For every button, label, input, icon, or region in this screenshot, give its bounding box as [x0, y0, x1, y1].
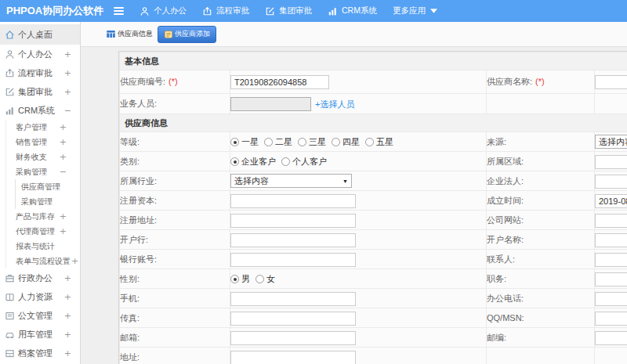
field-cell: 一星二星三星四星五星: [230, 132, 487, 152]
sidebar-item-采购管理[interactable]: 采购管理: [16, 194, 80, 209]
field-cell: 男女: [230, 269, 487, 289]
field-cell: [230, 250, 487, 269]
sidebar-item-人力资源[interactable]: 人力资源+: [0, 287, 80, 306]
form-row: 传真:QQ/MSN:: [120, 308, 627, 328]
sidebar-item-用车管理[interactable]: 用车管理+: [0, 325, 80, 344]
expand-toggle-icon: −: [64, 106, 71, 116]
nav-item-1[interactable]: 个人办公: [140, 5, 187, 16]
sidebar-item-销售管理[interactable]: 销售管理+: [6, 135, 80, 150]
zip-code-input[interactable]: [595, 331, 627, 345]
field-label: 手机:: [120, 289, 230, 308]
sidebar-item-label: 用车管理: [18, 329, 53, 341]
field-cell: [595, 289, 627, 308]
bank-input[interactable]: [230, 233, 356, 247]
registered-capital-input[interactable]: [230, 194, 356, 208]
job-title-input[interactable]: [595, 272, 627, 287]
sidebar-item-label: 档案管理: [18, 348, 53, 359]
sidebar-item-label: 客户管理: [16, 122, 47, 133]
sidebar-item-集团审批[interactable]: 集团审批+: [0, 82, 80, 101]
form-row: 供应商编号:(*)供应商名称:(*): [120, 70, 627, 94]
nav-item-5[interactable]: 更多应用: [393, 5, 437, 16]
founded-date-input[interactable]: [595, 194, 627, 208]
sidebar-item-客户管理[interactable]: 客户管理+: [6, 120, 80, 135]
sidebar-item-行政办公[interactable]: 行政办公+: [0, 268, 80, 287]
sidebar-item-表单与流程设置[interactable]: 表单与流程设置+: [6, 254, 80, 268]
expand-toggle-icon: +: [64, 348, 71, 359]
nav-item-label: CRM系统: [342, 5, 377, 16]
email-input[interactable]: [230, 331, 356, 345]
field-label: 传真:: [120, 308, 230, 328]
sidebar-item-档案管理[interactable]: 档案管理+: [0, 344, 80, 362]
qq-msn-input[interactable]: [595, 312, 627, 326]
sidebar-item-流程审批[interactable]: 流程审批+: [0, 63, 80, 82]
industry-select[interactable]: 选择内容▼: [230, 174, 352, 188]
sidebar-item-公文管理[interactable]: 公文管理+: [0, 306, 80, 325]
field-cell: [230, 70, 487, 94]
contact-input[interactable]: [595, 253, 627, 267]
supplier-code-input[interactable]: [230, 75, 329, 89]
field-label: 来源:: [487, 132, 595, 152]
hamburger-menu-icon[interactable]: [114, 7, 124, 15]
sidebar-item-报表与统计[interactable]: 报表与统计: [6, 239, 80, 254]
radio-off-icon: [256, 275, 264, 283]
sidebar-item-代理商管理[interactable]: 代理商管理+: [6, 224, 80, 239]
category-radio-1[interactable]: 企业客户: [230, 156, 276, 168]
sidebar-submenu: 客户管理+销售管理+财务收支+采购管理−供应商管理采购管理产品与库存+代理商管理…: [5, 120, 80, 268]
field-label: 成立时间:: [487, 191, 595, 211]
gender-radio-1[interactable]: 男: [230, 273, 250, 285]
level-radio-2[interactable]: 二星: [264, 136, 292, 148]
field-label: 等级:: [120, 132, 230, 152]
nav-item-label: 更多应用: [393, 5, 426, 16]
sidebar-item-个人办公[interactable]: 个人办公+: [0, 45, 80, 63]
nav-item-2[interactable]: 流程审批: [202, 5, 249, 16]
field-label: 职务:: [487, 269, 595, 289]
sidebar-item-产品与库存[interactable]: 产品与库存+: [6, 209, 80, 224]
tab-1[interactable]: 供应商信息: [104, 26, 154, 43]
mobile-input[interactable]: [230, 292, 356, 306]
office-phone-input[interactable]: [595, 292, 627, 306]
expand-toggle-icon: +: [60, 211, 67, 222]
field-cell: [595, 250, 627, 269]
fax-input[interactable]: [230, 312, 356, 326]
select-value: 选择内容: [234, 175, 269, 187]
registered-address-input[interactable]: [230, 214, 356, 228]
form-row: 开户行:开户名称:: [120, 230, 627, 250]
staff-picker-link[interactable]: +选择人员: [315, 99, 354, 109]
level-radio-5[interactable]: 五星: [365, 136, 393, 148]
content-area: 基本信息供应商编号:(*)供应商名称:(*)业务人员:+选择人员供应商信息等级:…: [81, 47, 627, 364]
sidebar-submenu: 供应商管理采购管理: [15, 179, 80, 209]
level-radio-4[interactable]: 四星: [332, 136, 360, 148]
tab-2[interactable]: 供应商添加: [158, 26, 216, 43]
empty-cell: [487, 348, 595, 364]
field-cell: [595, 328, 627, 348]
website-input[interactable]: [595, 214, 627, 228]
field-label: 联系人:: [487, 250, 595, 269]
sidebar-item-个人桌面[interactable]: 个人桌面: [0, 24, 80, 45]
account-name-input[interactable]: [595, 233, 627, 247]
region-input[interactable]: [595, 155, 627, 169]
legal-person-input[interactable]: [595, 175, 627, 189]
field-cell: [595, 269, 627, 289]
field-cell: [595, 191, 627, 211]
sidebar-item-label: 个人桌面: [18, 29, 53, 41]
sidebar-item-供应商管理[interactable]: 供应商管理: [16, 179, 80, 194]
staff-input[interactable]: [230, 97, 311, 111]
nav-item-3[interactable]: 集团审批: [265, 5, 312, 16]
gender-radio-2[interactable]: 女: [256, 273, 275, 285]
field-label: 性别:: [120, 269, 230, 289]
level-radio-3[interactable]: 三星: [298, 136, 326, 148]
nav-item-4[interactable]: CRM系统: [328, 5, 377, 16]
select-value: 选择内容: [599, 136, 627, 148]
sidebar-item-采购管理[interactable]: 采购管理−: [6, 164, 80, 179]
supplier-name-input[interactable]: [595, 75, 627, 89]
user-icon: [5, 49, 15, 59]
level-radio-1[interactable]: 一星: [230, 136, 259, 148]
sidebar-item-财务收支[interactable]: 财务收支+: [6, 150, 80, 164]
bank-account-input[interactable]: [230, 253, 356, 267]
required-marker: (*): [535, 77, 545, 86]
address-input[interactable]: [230, 351, 356, 364]
category-radio-2[interactable]: 个人客户: [281, 156, 327, 168]
sidebar-item-CRM系统[interactable]: CRM系统−: [0, 101, 80, 120]
select-arrow-icon: ▼: [342, 178, 348, 184]
source-select[interactable]: 选择内容▼: [595, 135, 627, 149]
